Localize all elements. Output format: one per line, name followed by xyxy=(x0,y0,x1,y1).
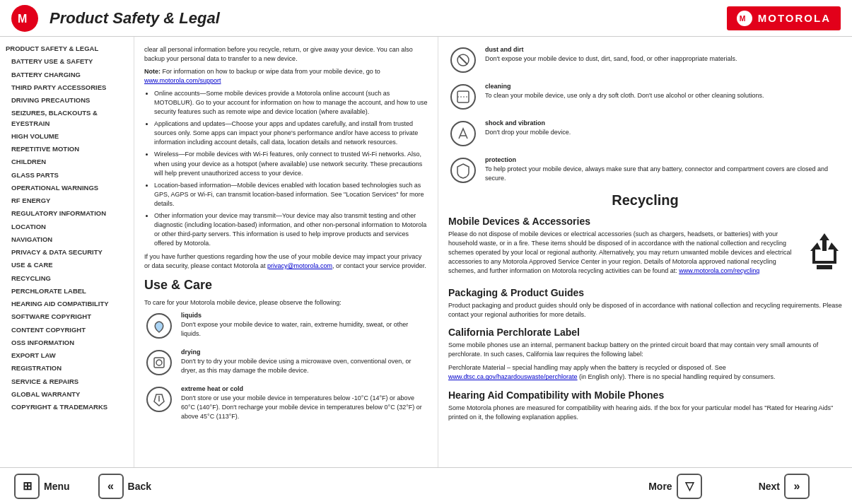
footer: ⊞ Menu « Back More ▽ Next » xyxy=(0,467,852,504)
sidebar-item-0[interactable]: PRODUCT SAFETY & LEGAL xyxy=(0,42,134,55)
sidebar-item-23[interactable]: EXPORT LAW xyxy=(0,349,134,362)
mobile-devices-text: Please do not dispose of mobile devices … xyxy=(448,230,800,276)
brand-badge: M MOTOROLA xyxy=(727,6,841,30)
bullet-item-0: Online accounts—Some mobile devices prov… xyxy=(154,89,428,117)
sidebar: PRODUCT SAFETY & LEGALBATTERY USE & SAFE… xyxy=(0,37,134,467)
sidebar-item-26[interactable]: GLOBAL WARRANTY xyxy=(0,388,134,401)
intro-paragraph-0: clear all personal information before yo… xyxy=(144,45,428,64)
sidebar-item-12[interactable]: REGULATORY INFORMATION xyxy=(0,207,134,220)
brand-logo-icon: M xyxy=(737,11,752,26)
svg-rect-4 xyxy=(154,358,164,368)
menu-label: Menu xyxy=(44,481,70,492)
right-care-item-cleaning: cleaningTo clean your mobile device, use… xyxy=(448,82,842,112)
next-icon: » xyxy=(784,474,810,499)
motorola-support-link[interactable]: www.motorola.com/support xyxy=(144,77,221,84)
perchlorate-link[interactable]: www.dtsc.ca.gov/hazardouswaste/perchlora… xyxy=(448,373,578,380)
next-button[interactable]: Next » xyxy=(759,474,810,499)
sidebar-item-25[interactable]: SERVICE & REPAIRS xyxy=(0,375,134,388)
svg-point-3 xyxy=(147,351,171,375)
care-item-liquids: liquidsDon't expose your mobile device t… xyxy=(144,311,428,341)
back-button[interactable]: « Back xyxy=(98,474,151,499)
sidebar-item-3[interactable]: THIRD PARTY ACCESSORIES xyxy=(0,81,134,94)
sidebar-item-15[interactable]: PRIVACY & DATA SECURITY xyxy=(0,246,134,259)
header: M Product Safety & Legal M MOTOROLA xyxy=(0,0,852,37)
bullets-list: Online accounts—Some mobile devices prov… xyxy=(154,89,428,248)
extreme-heat-or-cold-text: extreme heat or coldDon't store or use y… xyxy=(181,385,428,421)
recycling-link[interactable]: www.motorola.com/recycling xyxy=(679,267,759,274)
sidebar-item-16[interactable]: USE & CARE xyxy=(0,259,134,271)
bullet-item-1: Applications and updates—Choose your app… xyxy=(154,119,428,147)
packaging-text: Product packaging and product guides sho… xyxy=(448,301,842,320)
sidebar-item-7[interactable]: REPETITIVE MOTION xyxy=(0,143,134,156)
right-care-item-protection: protectionTo help protect your mobile de… xyxy=(448,156,842,185)
drying-icon xyxy=(144,348,174,377)
mobile-devices-heading: Mobile Devices & Accessories xyxy=(448,216,842,227)
right-dust-and-dirt-icon xyxy=(448,45,478,75)
menu-button[interactable]: ⊞ Menu xyxy=(14,474,70,499)
hearing-aid-text: Some Motorola phones are measured for co… xyxy=(448,404,842,422)
sidebar-item-5[interactable]: SEIZURES, BLACKOUTS & EYESTRAIN xyxy=(0,107,134,130)
menu-icon: ⊞ xyxy=(14,474,40,499)
svg-line-10 xyxy=(459,56,467,64)
right-protection-icon xyxy=(448,156,478,185)
more-label: More xyxy=(648,481,672,492)
sidebar-item-11[interactable]: RF ENERGY xyxy=(0,194,134,207)
sidebar-item-1[interactable]: BATTERY USE & SAFETY xyxy=(0,55,134,68)
bullet-item-3: Location-based information—Mobile device… xyxy=(154,181,428,209)
sidebar-item-9[interactable]: GLASS PARTS xyxy=(0,169,134,182)
sidebar-item-24[interactable]: REGISTRATION xyxy=(0,362,134,375)
svg-text:M: M xyxy=(740,15,746,23)
svg-text:M: M xyxy=(18,13,27,25)
mobile-devices-area: Please do not dispose of mobile devices … xyxy=(448,230,842,280)
sidebar-item-22[interactable]: OSS INFORMATION xyxy=(0,336,134,349)
sidebar-item-18[interactable]: PERCHLORATE LABEL xyxy=(0,285,134,298)
svg-point-16 xyxy=(451,158,475,182)
perchlorate-label: Perchlorate Material – special handling … xyxy=(448,363,842,382)
bullet-item-2: Wireless—For mobile devices with Wi-Fi f… xyxy=(154,150,428,177)
sidebar-item-10[interactable]: OPERATIONAL WARNINGS xyxy=(0,182,134,194)
recycle-symbol-icon xyxy=(807,230,842,272)
privacy-email-link[interactable]: privacy@motorola.com xyxy=(267,262,332,269)
sidebar-item-27[interactable]: COPYRIGHT & TRADEMARKS xyxy=(0,401,134,414)
bullet-item-4: Other information your device may transm… xyxy=(154,211,428,248)
footer-right: More ▽ Next » xyxy=(648,474,838,499)
care-item-extreme-heat-or-cold: extreme heat or coldDon't store or use y… xyxy=(144,385,428,421)
sidebar-item-20[interactable]: SOFTWARE COPYRIGHT xyxy=(0,310,134,323)
perchlorate-text: Some mobile phones use an internal, perm… xyxy=(448,341,842,359)
sidebar-item-17[interactable]: RECYCLING xyxy=(0,272,134,285)
sidebar-item-8[interactable]: CHILDREN xyxy=(0,156,134,168)
sidebar-item-2[interactable]: BATTERY CHARGING xyxy=(0,69,134,81)
right-care-item-shock-and-vibration: shock and vibrationDon't drop your mobil… xyxy=(448,119,842,148)
sidebar-item-19[interactable]: HEARING AID COMPATIBILITY xyxy=(0,298,134,310)
perchlorate-heading: California Perchlorate Label xyxy=(448,327,842,338)
more-button[interactable]: More ▽ xyxy=(648,474,701,499)
right-column: dust and dirtDon't expose your mobile de… xyxy=(438,37,852,467)
main-layout: PRODUCT SAFETY & LEGALBATTERY USE & SAFE… xyxy=(0,37,852,467)
sidebar-item-13[interactable]: LOCATION xyxy=(0,221,134,233)
recycling-heading: Recycling xyxy=(448,192,842,209)
svg-point-14 xyxy=(451,122,475,146)
right-cleaning-icon xyxy=(448,82,478,112)
sidebar-item-21[interactable]: CONTENT COPYRIGHT xyxy=(0,324,134,336)
right-shock-and-vibration-icon xyxy=(448,119,478,148)
care-item-drying: dryingDon't try to dry your mobile devic… xyxy=(144,348,428,377)
page-title: Product Safety & Legal xyxy=(49,9,727,28)
use-care-heading: Use & Care xyxy=(144,278,428,293)
privacy-footer-text: If you have further questions regarding … xyxy=(144,252,428,271)
more-icon: ▽ xyxy=(677,474,702,499)
sidebar-item-4[interactable]: DRIVING PRECAUTIONS xyxy=(0,94,134,107)
sidebar-item-14[interactable]: NAVIGATION xyxy=(0,233,134,246)
right-care-item-dust-and-dirt: dust and dirtDon't expose your mobile de… xyxy=(448,45,842,75)
right-protection-text: protectionTo help protect your mobile de… xyxy=(485,156,842,183)
drying-text: dryingDon't try to dry your mobile devic… xyxy=(181,348,428,375)
extreme-heat-or-cold-icon xyxy=(144,385,174,414)
right-dust-and-dirt-text: dust and dirtDon't expose your mobile de… xyxy=(485,45,842,64)
back-icon: « xyxy=(98,474,124,499)
svg-rect-17 xyxy=(817,265,832,269)
svg-point-5 xyxy=(156,360,162,365)
use-care-intro: To care for your Motorola mobile device,… xyxy=(144,298,428,307)
sidebar-item-6[interactable]: HIGH VOLUME xyxy=(0,130,134,143)
middle-column: clear all personal information before yo… xyxy=(134,37,438,467)
right-shock-and-vibration-text: shock and vibrationDon't drop your mobil… xyxy=(485,119,842,137)
liquids-icon xyxy=(144,311,174,341)
